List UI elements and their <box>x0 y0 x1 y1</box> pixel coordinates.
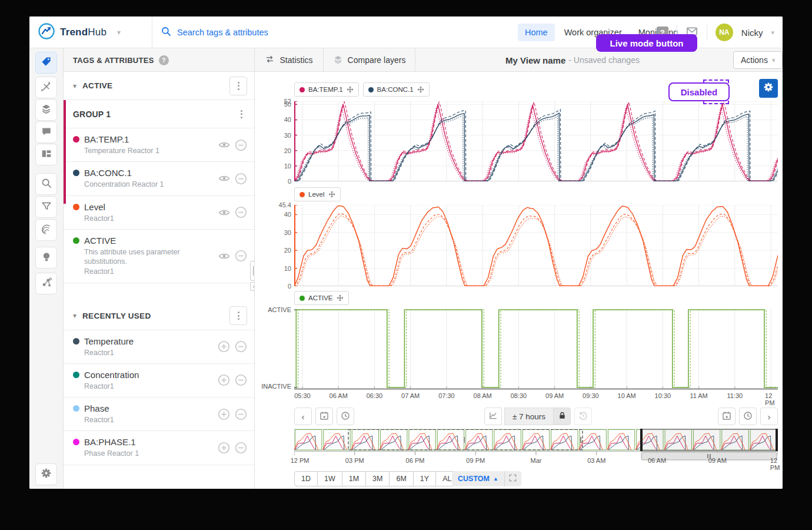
range-button-1w[interactable]: 1W <box>317 471 342 486</box>
rail-button-settings[interactable] <box>35 463 57 485</box>
section-title: RECENTLY USED <box>82 312 229 320</box>
custom-range-button[interactable]: CUSTOM▲ <box>452 475 504 483</box>
legend-chip-active[interactable]: ACTIVE <box>294 291 349 305</box>
tag-name: BA:PHASE.1 <box>84 437 136 447</box>
range-button-6m[interactable]: 6M <box>389 471 413 486</box>
time-tick-label: 09 AM <box>545 392 564 399</box>
tags-panel: ▾ACTIVEGROUP 1BA:TEMP.1Temperature React… <box>64 72 255 489</box>
compare-mode-button[interactable] <box>484 408 502 425</box>
user-menu-caret-icon[interactable]: ▾ <box>771 29 774 37</box>
remove-tag-icon[interactable] <box>235 408 247 420</box>
tag-color-dot <box>73 439 79 445</box>
panel-collapse-button[interactable]: × <box>250 282 255 291</box>
search-bar[interactable]: Search tags & attributes <box>161 16 268 48</box>
range-button-1d[interactable]: 1D <box>294 471 318 486</box>
actions-button[interactable]: Actions ▾ <box>733 51 783 69</box>
tag-item-active[interactable]: ACTIVEThis attribute uses parameter subs… <box>64 230 254 283</box>
rail-button-context[interactable] <box>35 273 57 294</box>
add-tag-icon[interactable] <box>218 408 230 420</box>
visibility-toggle-icon[interactable] <box>218 140 230 150</box>
pan-right-button[interactable]: › <box>760 408 778 425</box>
tag-item-ba-phase-1[interactable]: BA:PHASE.1Phase Reactor 1 <box>64 431 254 465</box>
remove-tag-icon[interactable] <box>235 442 247 454</box>
rail-button-tags[interactable] <box>35 52 57 74</box>
section-collapse-caret[interactable]: ▾ <box>73 312 76 320</box>
rail-button-layers[interactable] <box>35 99 57 121</box>
visibility-toggle-icon[interactable] <box>218 251 230 261</box>
start-time-button[interactable] <box>337 408 354 425</box>
legend-chip-level[interactable]: Level <box>294 187 341 201</box>
tags-panel-title: TAGS & ATTRIBUTES <box>73 56 154 65</box>
add-tag-icon[interactable] <box>218 340 230 353</box>
tag-description: Concentration Reactor 1 <box>84 180 218 189</box>
compare-layers-button[interactable]: Compare layers <box>324 48 415 72</box>
chart-settings-button[interactable] <box>759 79 778 98</box>
remove-tag-icon[interactable] <box>235 340 247 353</box>
move-icon[interactable] <box>347 86 354 93</box>
visibility-toggle-icon[interactable] <box>218 208 230 217</box>
remove-tag-icon[interactable] <box>235 250 247 262</box>
brand[interactable]: TrendHub ▾ <box>38 16 122 48</box>
rail-button-recommendations[interactable] <box>35 247 57 269</box>
time-tick-label: 08 AM <box>474 392 492 399</box>
range-button-1m[interactable]: 1M <box>342 471 366 486</box>
avatar[interactable]: NA <box>716 24 733 41</box>
end-date-button[interactable] <box>718 408 736 425</box>
user-name[interactable]: Nicky <box>741 28 763 38</box>
tag-item-ba-temp-1[interactable]: BA:TEMP.1Temperature Reactor 1 <box>64 128 254 162</box>
chart-2-plot[interactable] <box>294 309 778 390</box>
rail-button-search[interactable] <box>35 173 57 195</box>
move-icon[interactable] <box>337 294 344 302</box>
duration-display[interactable]: ± 7 hours <box>504 408 554 425</box>
panel-resize-handle[interactable] <box>250 261 255 281</box>
tag-item-ba-conc-1[interactable]: BA:CONC.1Concentration Reactor 1 <box>64 162 254 196</box>
reset-time-button[interactable] <box>574 408 592 425</box>
rail-button-filter[interactable] <box>35 196 57 218</box>
lock-duration-button[interactable] <box>553 408 571 425</box>
legend-chip-ba-temp-1[interactable]: BA:TEMP.1 <box>294 82 359 97</box>
nav-home[interactable]: Home <box>518 24 555 41</box>
remove-tag-icon[interactable] <box>235 206 247 218</box>
tag-item-temperature[interactable]: TemperatureReactor1 <box>64 330 254 364</box>
remove-tag-icon[interactable] <box>235 374 247 386</box>
series-line-level <box>294 216 778 286</box>
remove-tag-icon[interactable] <box>235 139 247 151</box>
move-icon[interactable] <box>417 86 424 93</box>
add-tag-icon[interactable] <box>218 442 230 454</box>
chart-1-plot[interactable] <box>294 205 778 286</box>
chart-0-plot[interactable] <box>294 101 778 181</box>
section-menu-button[interactable] <box>229 306 247 325</box>
view-title: My View name - Unsaved changes <box>475 48 670 72</box>
statistics-button[interactable]: Statistics <box>255 48 324 72</box>
tag-item-level[interactable]: LevelReactor1 <box>64 196 254 230</box>
range-button-1y[interactable]: 1Y <box>413 471 436 486</box>
group-row[interactable]: GROUP 1 <box>64 100 254 128</box>
pan-left-button[interactable]: ‹ <box>294 408 312 425</box>
time-tick-label: 08:30 <box>511 392 527 399</box>
range-button-3m[interactable]: 3M <box>365 471 390 486</box>
series-label: Level <box>308 191 325 198</box>
remove-tag-icon[interactable] <box>235 173 247 185</box>
add-tag-icon[interactable] <box>218 374 230 386</box>
tags-help-icon[interactable]: ? <box>159 55 169 65</box>
legend-chip-ba-conc-1[interactable]: BA:CONC.1 <box>363 82 430 97</box>
visibility-toggle-icon[interactable] <box>218 174 230 183</box>
group-menu-button[interactable] <box>238 108 245 121</box>
start-date-button[interactable] <box>315 408 333 425</box>
end-time-button[interactable] <box>739 408 757 425</box>
context-bar[interactable] <box>294 429 778 461</box>
tag-item-phase[interactable]: PhaseReactor1 <box>64 398 254 431</box>
section-menu-button[interactable] <box>229 77 247 95</box>
brand-caret-icon[interactable]: ▾ <box>117 28 121 37</box>
rail-button-dashboard[interactable] <box>35 144 57 165</box>
fullscreen-toggle-button[interactable] <box>505 471 521 486</box>
search-icon <box>41 178 52 191</box>
rail-button-formulas[interactable] <box>35 77 57 98</box>
rail-button-fingerprint[interactable] <box>35 219 57 241</box>
move-icon[interactable] <box>328 191 335 198</box>
tag-item-concentration[interactable]: ConcentrationReactor1 <box>64 364 254 398</box>
y-tick-label: 30 <box>255 229 291 236</box>
section-collapse-caret[interactable]: ▾ <box>73 82 76 90</box>
clock-icon <box>341 411 350 422</box>
rail-button-comments[interactable] <box>35 121 57 143</box>
